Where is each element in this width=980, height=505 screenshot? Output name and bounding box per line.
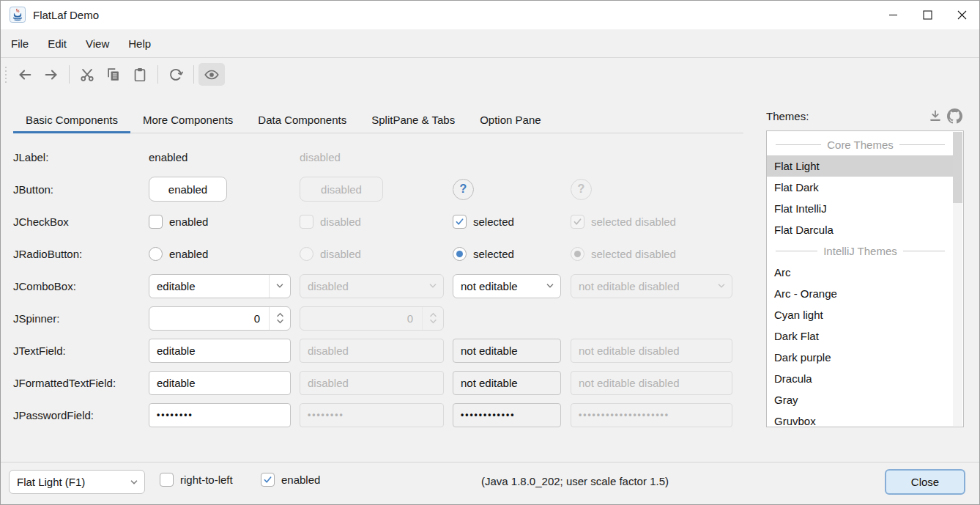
forward-button[interactable] (38, 63, 64, 86)
checkbox-icon (149, 215, 163, 229)
cut-button[interactable] (74, 63, 100, 86)
arrow-right-icon (43, 67, 59, 83)
theme-item-flat-intellij[interactable]: Flat IntelliJ (767, 198, 954, 219)
spinner[interactable]: 0 (149, 306, 291, 331)
jspinner-row-label: JSpinner: (13, 312, 149, 325)
radio-selected-disabled: selected disabled (571, 247, 741, 261)
paste-icon (132, 67, 148, 83)
jlabel-enabled: enabled (149, 151, 300, 163)
spinner-value: 0 (300, 307, 422, 330)
menu-help[interactable]: Help (119, 33, 160, 54)
theme-item-dark-flat[interactable]: Dark Flat (767, 325, 954, 347)
jradiobutton-row-label: JRadioButton: (13, 248, 149, 260)
theme-item-arc[interactable]: Arc (767, 262, 954, 283)
radio-icon (149, 247, 163, 261)
themes-list: Core Themes Flat Light Flat Dark Flat In… (766, 130, 964, 427)
spinner-buttons[interactable] (269, 307, 290, 330)
chevron-down-icon (710, 275, 732, 298)
tool-bar (0, 59, 980, 90)
theme-item-flat-dark[interactable]: Flat Dark (767, 177, 954, 198)
download-theme-button[interactable] (926, 107, 945, 125)
spinner-disabled: 0 (300, 306, 444, 331)
menu-file[interactable]: File (1, 33, 38, 54)
passwordfield-not-editable[interactable]: •••••••••••• (453, 403, 561, 427)
tab-splitpane-tabs[interactable]: SplitPane & Tabs (359, 109, 467, 133)
chevron-down-icon[interactable] (276, 319, 284, 324)
combobox-not-editable[interactable]: not editable (453, 274, 561, 298)
github-button[interactable] (945, 107, 964, 125)
chevron-up-icon (429, 312, 437, 317)
radio-enabled[interactable]: enabled (149, 247, 300, 261)
laf-combobox[interactable]: Flat Light (F1) (9, 470, 145, 494)
menu-edit[interactable]: Edit (38, 33, 76, 54)
themes-scrollbar-thumb[interactable] (953, 132, 962, 203)
theme-item-dark-purple[interactable]: Dark purple (767, 347, 954, 368)
enabled-button[interactable]: enabled (149, 177, 227, 202)
checkmark-icon (571, 215, 584, 229)
arrow-left-icon (17, 67, 33, 83)
tab-data-components[interactable]: Data Components (245, 109, 359, 133)
close-window-button[interactable] (945, 0, 979, 29)
java-version-info: (Java 1.8.0_202; user scale factor 1.5) (481, 475, 669, 487)
combobox-not-editable-disabled: not editable disabled (571, 274, 732, 298)
maximize-button[interactable] (910, 0, 945, 29)
passwordfield-not-editable-disabled: •••••••••••••••••••• (571, 403, 732, 427)
components-grid: JLabel: enabled disabled JButton: enable… (13, 141, 741, 431)
enabled-checkbox[interactable]: enabled (261, 473, 320, 487)
radio-selected[interactable]: selected (453, 247, 571, 261)
radio-disabled: disabled (300, 247, 453, 261)
tab-more-components[interactable]: More Components (130, 109, 245, 133)
chevron-down-icon[interactable] (269, 275, 290, 298)
chevron-down-icon (429, 319, 437, 324)
toolbar-grip[interactable] (5, 67, 7, 83)
chevron-up-icon[interactable] (276, 312, 284, 317)
theme-item-dracula[interactable]: Dracula (767, 368, 954, 389)
copy-icon (105, 67, 122, 83)
radio-dot-icon (453, 247, 467, 261)
copy-button[interactable] (100, 63, 127, 86)
theme-item-arc-orange[interactable]: Arc - Orange (767, 283, 954, 304)
formatted-textfield-not-editable-disabled: not editable disabled (571, 371, 732, 395)
passwordfield-editable[interactable]: •••••••• (149, 403, 291, 427)
theme-item-flat-light[interactable]: Flat Light (767, 155, 954, 177)
formatted-textfield-not-editable[interactable]: not editable (453, 371, 561, 395)
maximize-icon (923, 10, 932, 20)
paste-button[interactable] (127, 63, 153, 86)
theme-item-flat-darcula[interactable]: Flat Darcula (767, 219, 954, 240)
minimize-button[interactable] (876, 0, 910, 29)
right-to-left-checkbox[interactable]: right-to-left (160, 473, 233, 487)
checkbox-selected[interactable]: selected (453, 215, 571, 229)
refresh-icon (168, 67, 184, 83)
jlabel-row-label: JLabel: (13, 151, 149, 163)
back-button[interactable] (12, 63, 38, 86)
textfield-editable[interactable]: editable (149, 339, 291, 363)
tab-basic-components[interactable]: Basic Components (13, 109, 130, 133)
minimize-icon (888, 10, 898, 20)
formatted-textfield-editable[interactable]: editable (149, 371, 291, 395)
theme-item-cyan-light[interactable]: Cyan light (767, 304, 954, 325)
checkmark-icon (261, 473, 275, 487)
refresh-button[interactable] (163, 63, 189, 86)
show-hidden-toggle-button[interactable] (198, 63, 225, 86)
theme-item-gray[interactable]: Gray (767, 389, 954, 410)
checkbox-enabled[interactable]: enabled (149, 215, 300, 229)
chevron-down-icon[interactable] (123, 471, 144, 493)
tab-option-pane[interactable]: Option Pane (467, 109, 553, 133)
themes-scrollbar-track[interactable] (953, 132, 962, 426)
jformattedtextfield-row-label: JFormattedTextField: (13, 377, 149, 389)
textfield-not-editable[interactable]: not editable (453, 339, 561, 363)
help-button[interactable]: ? (453, 179, 474, 200)
toolbar-separator (157, 65, 158, 84)
close-button[interactable]: Close (885, 469, 965, 495)
github-icon (947, 108, 962, 124)
menu-bar: File Edit View Help (0, 29, 980, 58)
combobox-editable[interactable]: editable (149, 274, 291, 298)
chevron-down-icon[interactable] (539, 275, 560, 298)
menu-view[interactable]: View (76, 33, 119, 54)
theme-item-gruvbox[interactable]: Gruvbox (767, 410, 954, 427)
java-app-icon (10, 7, 26, 23)
checkbox-icon (160, 473, 174, 487)
disabled-button: disabled (300, 177, 383, 202)
spinner-value[interactable]: 0 (149, 307, 269, 330)
jcheckbox-row-label: JCheckBox (13, 215, 149, 228)
